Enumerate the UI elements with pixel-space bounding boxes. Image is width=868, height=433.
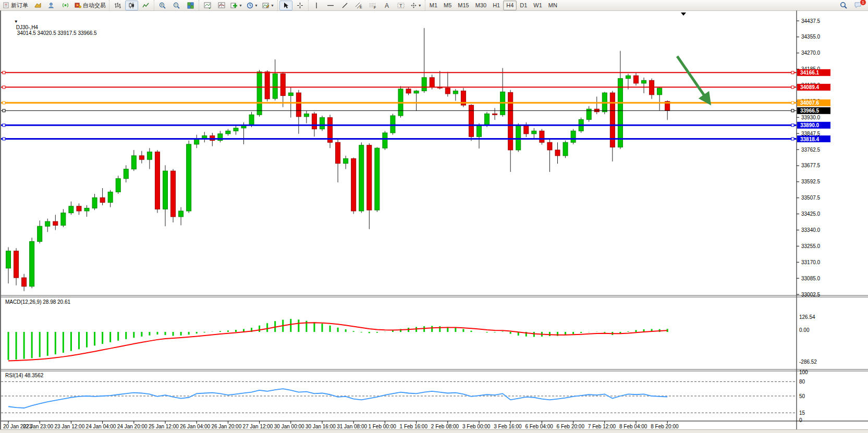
candle-body [469, 105, 473, 137]
price-tick-label: 33930.0 [801, 115, 821, 120]
arrows-button[interactable]: ▼ [409, 1, 423, 10]
time-tick-label: 1 Feb 00:00 [368, 424, 396, 429]
fibonacci-icon: F [369, 2, 376, 9]
line-left-handle[interactable] [3, 86, 5, 89]
candle-body [234, 128, 238, 131]
vertical-line-button[interactable] [310, 1, 323, 10]
main-toolbar: 新订单 自动交易 ▼ ▼ ▼ [0, 0, 868, 11]
trendline-button[interactable] [338, 1, 351, 10]
timeframe-H4[interactable]: H4 [503, 1, 517, 10]
chart-background [1, 10, 868, 429]
candle-body [131, 156, 136, 169]
period-button[interactable]: ▼ [245, 1, 260, 10]
collapse-triangle-icon[interactable]: ▼ [14, 19, 18, 24]
chart-header: ▼ DJ30-,H4 34014.5 34020.5 33917.5 33966… [5, 13, 97, 42]
timeframe-H1[interactable]: H1 [490, 1, 503, 10]
candle-body [320, 118, 325, 129]
line-right-handle[interactable] [791, 71, 794, 74]
rsi-axis-label: 15 [799, 410, 805, 416]
zoom-in-button[interactable] [156, 1, 169, 10]
candle-body [280, 74, 285, 96]
auto-trading-button[interactable]: 自动交易 [73, 1, 107, 10]
channel-button[interactable]: E [352, 1, 365, 10]
candle-body [226, 131, 230, 133]
tile-windows-button[interactable] [184, 1, 197, 10]
indicator-window-icon [204, 2, 211, 9]
candle-body [390, 116, 395, 133]
time-tick-label: 7 Feb 12:00 [588, 424, 616, 429]
line-right-handle[interactable] [791, 86, 794, 89]
market-watch-button[interactable] [31, 1, 44, 10]
indicator-list-button[interactable] [215, 1, 228, 10]
market-gold-icon [34, 2, 41, 8]
timeframe-M5[interactable]: M5 [441, 1, 455, 10]
line-right-handle[interactable] [791, 102, 794, 104]
candle-body [139, 156, 144, 159]
timeframe-MN[interactable]: MN [545, 1, 560, 10]
toolbar-right: 1 [837, 1, 868, 10]
candle-body [38, 226, 42, 241]
time-tick-label: 31 Jan 08:00 [337, 424, 367, 429]
fibonacci-button[interactable]: F [366, 1, 380, 10]
cursor-button[interactable] [279, 1, 292, 10]
candle-body [77, 206, 81, 211]
rsi-axis-label: 0 [799, 417, 802, 423]
chevron-down-icon: ▼ [418, 4, 422, 7]
candle-body [477, 125, 482, 137]
zoom-out-button[interactable] [170, 1, 183, 10]
line-left-handle[interactable] [3, 124, 5, 127]
label-icon: T [397, 2, 405, 9]
chart-window: 34437.534355.034270.034185.034100.034015… [0, 10, 868, 429]
candle-body [445, 88, 450, 94]
line-chart-button[interactable] [139, 1, 152, 10]
horizontal-line-button[interactable] [324, 1, 337, 10]
candle-body [414, 91, 419, 93]
candle-body [336, 142, 340, 163]
time-tick-label: 22 Jan 23:00 [23, 424, 53, 429]
candle-body [124, 169, 128, 178]
time-tick-label: 6 Feb 04:00 [525, 424, 553, 429]
search-button[interactable] [837, 1, 850, 10]
line-left-handle[interactable] [3, 109, 5, 112]
candle-body [30, 241, 34, 286]
time-tick-label: 30 Jan 00:00 [274, 424, 304, 429]
notifications-button[interactable]: 1 [851, 1, 864, 10]
macd-label: MACD(12,26,9) 28.98 20.61 [5, 299, 70, 305]
new-order-icon [3, 2, 9, 8]
timeframe-M1[interactable]: M1 [426, 1, 441, 10]
chart-type-group [109, 0, 154, 10]
crosshair-button[interactable] [294, 1, 307, 10]
candlestick-chart-button[interactable] [125, 1, 138, 10]
candle-body [359, 145, 364, 211]
add-indicator-button[interactable]: ▼ [229, 1, 244, 10]
timeframe-M30[interactable]: M30 [472, 1, 490, 10]
profile-button[interactable] [45, 1, 58, 10]
label-button[interactable]: T [395, 1, 408, 10]
candle-body [6, 251, 11, 268]
timeframe-D1[interactable]: D1 [517, 1, 530, 10]
bar-chart-icon [114, 2, 121, 9]
line-right-handle[interactable] [791, 109, 794, 112]
line-left-handle[interactable] [3, 71, 5, 74]
template-button[interactable]: ▼ [261, 1, 276, 10]
text-icon: A [384, 2, 390, 9]
signal-button[interactable] [59, 1, 72, 10]
zoom-group [154, 0, 199, 10]
line-right-handle[interactable] [791, 138, 794, 140]
line-left-handle[interactable] [3, 138, 5, 140]
text-button[interactable]: A [381, 1, 394, 10]
indicator-window-button[interactable] [201, 1, 214, 10]
svg-text:E: E [360, 5, 362, 9]
line-right-handle[interactable] [791, 124, 794, 127]
new-order-button[interactable]: 新订单 [2, 1, 30, 10]
order-group: 新订单 自动交易 [0, 0, 109, 10]
bar-chart-button[interactable] [111, 1, 124, 10]
line-left-handle[interactable] [3, 102, 5, 104]
chart-canvas[interactable]: 34437.534355.034270.034185.034100.034015… [1, 10, 868, 429]
timeframe-M15[interactable]: M15 [455, 1, 472, 10]
time-tick-label: 8 Feb 20:00 [651, 424, 679, 429]
status-bar [0, 429, 868, 433]
candle-body [163, 171, 168, 209]
timeframe-W1[interactable]: W1 [530, 1, 545, 10]
drawing-group: E F A T ▼ [308, 0, 425, 10]
